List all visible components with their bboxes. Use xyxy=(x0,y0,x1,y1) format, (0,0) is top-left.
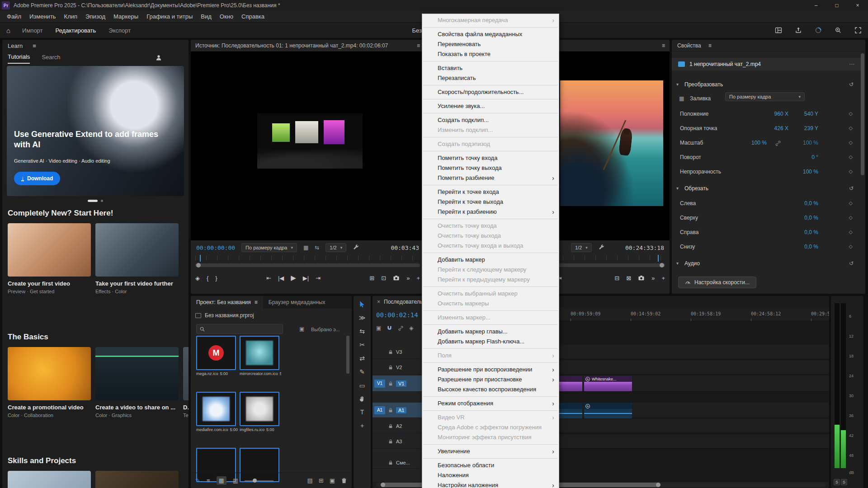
track-header-a1[interactable]: A1 A1 xyxy=(373,403,426,418)
selection-tool[interactable] xyxy=(359,300,366,308)
reset-icon[interactable]: ↺ xyxy=(849,81,854,88)
snap-icon[interactable] xyxy=(387,325,392,331)
context-menu-item[interactable]: Безопасные области xyxy=(422,460,559,470)
wrench-settings-icon[interactable] xyxy=(353,244,359,251)
panel-menu-icon[interactable]: ≡ xyxy=(708,42,712,49)
fullscreen-icon[interactable] xyxy=(854,27,862,34)
context-menu-item[interactable]: Добавить маркер xyxy=(422,255,559,265)
track-name[interactable]: V2 xyxy=(396,365,402,370)
keyframe-toggle-icon[interactable]: ◇ xyxy=(849,111,853,117)
item-thumbnail[interactable] xyxy=(240,336,279,370)
context-menu-item[interactable]: Усиление звука... xyxy=(422,101,559,111)
track-select-forward-tool[interactable]: ≫ xyxy=(359,314,366,321)
lock-icon[interactable] xyxy=(388,423,393,429)
chevron-down-icon[interactable]: ▾ xyxy=(676,261,679,266)
track-header-v2[interactable]: V2 xyxy=(373,360,426,375)
context-menu-item[interactable]: Среда Adobe с эффектом погружения xyxy=(422,422,559,432)
program-playhead[interactable] xyxy=(658,255,659,262)
carousel-dot[interactable] xyxy=(101,200,103,202)
menu-view[interactable]: Вид xyxy=(197,11,216,23)
panel-menu-icon[interactable]: ≡ xyxy=(255,299,258,305)
context-menu-item[interactable]: Перейти к разбиению› xyxy=(422,207,559,217)
context-menu-item[interactable]: Видео VR› xyxy=(422,413,559,422)
track-header-v3[interactable]: V3 xyxy=(373,345,426,359)
tab-tutorials[interactable]: Tutorials xyxy=(8,53,30,64)
context-menu-item[interactable]: Пометить точку входа xyxy=(422,153,559,163)
section-crop[interactable]: ▾ Обрезать ↺ xyxy=(672,183,861,194)
value-x[interactable]: 960 X xyxy=(774,111,788,117)
item-thumbnail[interactable]: M xyxy=(196,336,236,370)
item-thumbnail[interactable] xyxy=(240,392,279,426)
track-header-a3[interactable]: A3 xyxy=(373,434,426,449)
workspace-tab-export[interactable]: Экспорт xyxy=(108,27,131,34)
solo-button[interactable]: S xyxy=(841,479,847,485)
context-menu-item[interactable]: Создать подклип... xyxy=(422,115,559,125)
button-editor-icon[interactable]: + xyxy=(661,275,665,282)
context-menu-item[interactable]: Настройки наложения› xyxy=(422,480,559,488)
reset-icon[interactable]: ↺ xyxy=(849,260,854,267)
source-patch-v1[interactable]: V1 xyxy=(374,380,385,388)
insert-button[interactable]: ⊞ xyxy=(369,275,374,282)
context-menu-item[interactable]: Высокое качество воспроизведения xyxy=(422,385,559,394)
lock-icon[interactable] xyxy=(388,365,393,370)
tab-media-browser[interactable]: Браузер медиаданных xyxy=(263,296,331,309)
keyframe-toggle-icon[interactable]: ◇ xyxy=(849,169,853,174)
menu-graphics[interactable]: Графика и титры xyxy=(142,11,197,23)
video-clip-whitesnake[interactable]: fxWhitesnake... xyxy=(584,376,632,391)
project-item[interactable]: mirrorcreator.com.ico5:00 xyxy=(240,336,281,376)
project-search-box[interactable] xyxy=(196,324,283,334)
sort-icon[interactable]: ▤ xyxy=(307,477,313,484)
carousel-dot-active[interactable] xyxy=(88,200,98,202)
context-menu-item[interactable]: Перейти к точке выхода xyxy=(422,197,559,207)
context-menu-item[interactable]: Очистить точку выхода xyxy=(422,231,559,241)
project-item[interactable]: M mega.nz.ico5:00 xyxy=(196,336,238,376)
close-tab-icon[interactable]: × xyxy=(377,299,380,305)
panel-menu-icon[interactable]: ≡ xyxy=(662,42,665,49)
keyframe-toggle-icon[interactable]: ◇ xyxy=(849,200,853,206)
menu-clip[interactable]: Клип xyxy=(60,11,81,23)
speed-settings-button[interactable]: Настройка скорости... xyxy=(678,277,756,288)
track-name[interactable]: A1 xyxy=(396,407,406,413)
value-crop[interactable]: 0,0 % xyxy=(804,244,818,250)
step-back-button[interactable]: |◀ xyxy=(278,275,284,282)
lock-icon[interactable] xyxy=(388,349,393,355)
context-menu-item[interactable]: Очистить маркеры xyxy=(422,299,559,309)
nest-icon[interactable]: ▣ xyxy=(376,325,381,331)
keyframe-toggle-icon[interactable]: ◇ xyxy=(849,154,853,160)
lock-icon[interactable] xyxy=(388,381,393,386)
hand-tool[interactable] xyxy=(359,395,366,402)
context-menu-item[interactable]: Перейти к следующему маркеру xyxy=(422,265,559,275)
track-name[interactable]: V1 xyxy=(396,380,406,387)
source-mini-ruler[interactable] xyxy=(195,256,420,261)
menu-file[interactable]: Файл xyxy=(3,11,25,23)
close-button[interactable]: × xyxy=(847,0,868,11)
step-forward-button[interactable]: ▶| xyxy=(303,275,309,282)
context-menu-item[interactable]: Очистить точку входа xyxy=(422,221,559,231)
source-scrubber[interactable] xyxy=(195,256,420,267)
context-menu-item[interactable]: Поля› xyxy=(422,351,559,361)
workspace-tab-edit[interactable]: Редактировать xyxy=(56,27,96,34)
new-item-icon[interactable]: ▣ xyxy=(330,477,335,484)
lock-icon[interactable] xyxy=(388,408,393,413)
source-resolution-select[interactable]: 1/2 ▾ xyxy=(326,243,346,252)
export-frame-icon[interactable] xyxy=(638,275,645,282)
panel-menu-icon[interactable]: ≡ xyxy=(417,42,420,49)
source-patch[interactable] xyxy=(374,459,385,467)
more-buttons-icon[interactable]: » xyxy=(406,275,410,282)
go-to-in-button[interactable]: ⇤ xyxy=(266,275,271,282)
tutorial-card[interactable]: Take your first video further Effects · … xyxy=(95,223,179,294)
account-icon[interactable] xyxy=(155,54,162,61)
reset-icon[interactable]: ↺ xyxy=(849,185,854,192)
source-video-area[interactable] xyxy=(191,52,425,240)
keyframe-toggle-icon[interactable]: ◇ xyxy=(849,125,853,131)
project-item[interactable]: mediafire.com.ico5:00 xyxy=(196,392,238,432)
tutorial-card[interactable]: Create a video to share on ... Color · G… xyxy=(95,347,179,418)
context-menu-item[interactable]: Разрешение при воспроизведении› xyxy=(422,365,559,375)
sync-progress-icon[interactable] xyxy=(815,27,822,34)
menu-window[interactable]: Окно xyxy=(216,11,237,23)
context-menu-item[interactable]: Создать подэпизод xyxy=(422,139,559,149)
track-name[interactable]: V3 xyxy=(396,349,402,355)
button-editor-icon[interactable]: + xyxy=(416,275,420,282)
item-thumbnail[interactable] xyxy=(196,392,236,426)
lock-icon[interactable] xyxy=(388,460,393,465)
